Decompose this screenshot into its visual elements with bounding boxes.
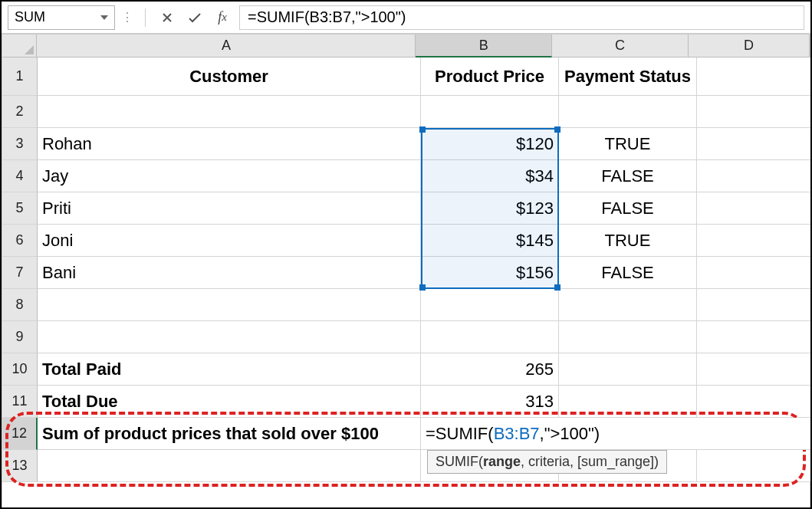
cell-d8[interactable] <box>697 289 812 321</box>
tooltip-arg1: range <box>483 454 521 469</box>
function-tooltip: SUMIF(range, criteria, [sum_range]) <box>427 450 667 474</box>
formula-bar-text: =SUMIF(B3:B7,">100") <box>248 8 406 26</box>
tooltip-fn: SUMIF <box>436 454 478 469</box>
cell-c5[interactable]: FALSE <box>559 192 697 225</box>
row-head-10[interactable]: 10 <box>2 353 38 386</box>
row-head-2[interactable]: 2 <box>2 96 38 128</box>
name-box[interactable]: SUM <box>8 5 115 30</box>
cell-d3[interactable] <box>697 128 812 160</box>
cell-a12[interactable]: Sum of product prices that sold over $10… <box>38 418 421 450</box>
formula-range-ref: B3:B7 <box>494 424 540 444</box>
column-headers: A B C D <box>2 34 810 57</box>
separator <box>145 8 146 27</box>
cell-b4[interactable]: $34 <box>421 160 559 192</box>
cell-d6[interactable] <box>697 225 812 257</box>
cell-d1[interactable] <box>697 57 812 96</box>
cell-c6[interactable]: TRUE <box>559 225 697 257</box>
cell-c11[interactable] <box>559 386 697 418</box>
cell-a13[interactable] <box>38 450 421 482</box>
row-head-8[interactable]: 8 <box>2 289 38 321</box>
row-head-12[interactable]: 12 <box>2 418 38 450</box>
cell-b3[interactable]: $120 <box>421 128 559 160</box>
cell-b6[interactable]: $145 <box>421 225 559 257</box>
name-box-value: SUM <box>15 9 45 25</box>
spreadsheet: A B C D 1 2 3 4 5 6 7 8 9 10 11 12 13 Cu… <box>2 34 810 508</box>
cell-c9[interactable] <box>559 321 697 353</box>
expand-icon[interactable]: ⋮ <box>121 10 134 25</box>
row-head-3[interactable]: 3 <box>2 128 38 160</box>
cell-b2[interactable] <box>421 96 559 128</box>
cell-b7[interactable]: $156 <box>421 257 559 289</box>
cell-c7[interactable]: FALSE <box>559 257 697 289</box>
cell-c1[interactable]: Payment Status <box>559 57 697 96</box>
tooltip-rest: , criteria, [sum_range]) <box>521 454 659 469</box>
cell-c8[interactable] <box>559 289 697 321</box>
cell-d9[interactable] <box>697 321 812 353</box>
formula-bar-toolbar: SUM ⋮ fx =SUMIF(B3:B7,">100") <box>2 2 810 34</box>
row-headers: 1 2 3 4 5 6 7 8 9 10 11 12 13 <box>2 57 38 482</box>
formula-bar-input[interactable]: =SUMIF(B3:B7,">100") <box>239 5 804 30</box>
cell-b9[interactable] <box>421 321 559 353</box>
cell-a1[interactable]: Customer <box>38 57 421 96</box>
cell-d7[interactable] <box>697 257 812 289</box>
cell-a11[interactable]: Total Due <box>38 386 421 418</box>
cell-c3[interactable]: TRUE <box>559 128 697 160</box>
cell-a7[interactable]: Bani <box>38 257 421 289</box>
formula-prefix: =SUMIF( <box>426 424 494 444</box>
cell-b11[interactable]: 313 <box>421 386 559 418</box>
row-head-4[interactable]: 4 <box>2 160 38 192</box>
chevron-down-icon[interactable] <box>100 15 108 20</box>
cell-a4[interactable]: Jay <box>38 160 421 192</box>
cell-b5[interactable]: $123 <box>421 192 559 225</box>
formula-suffix: ,">100") <box>540 424 600 444</box>
cell-a6[interactable]: Joni <box>38 225 421 257</box>
col-head-b[interactable]: B <box>416 34 552 57</box>
grid: Customer Product Price Payment Status Ro… <box>38 57 812 482</box>
cell-a5[interactable]: Priti <box>38 192 421 225</box>
cell-d13[interactable] <box>697 450 812 482</box>
cell-a10[interactable]: Total Paid <box>38 353 421 386</box>
row-head-1[interactable]: 1 <box>2 57 38 96</box>
cell-b8[interactable] <box>421 289 559 321</box>
check-icon <box>187 11 202 24</box>
cell-b1[interactable]: Product Price <box>421 57 559 96</box>
cell-b10[interactable]: 265 <box>421 353 559 386</box>
cell-a3[interactable]: Rohan <box>38 128 421 160</box>
row-head-7[interactable]: 7 <box>2 257 38 289</box>
col-head-a[interactable]: A <box>37 34 416 57</box>
cell-d4[interactable] <box>697 160 812 192</box>
row-head-13[interactable]: 13 <box>2 450 38 482</box>
insert-function-button[interactable]: fx <box>212 7 233 28</box>
col-head-d[interactable]: D <box>689 34 810 57</box>
cell-b12[interactable]: =SUMIF(B3:B7,">100") <box>421 418 812 450</box>
cell-d11[interactable] <box>697 386 812 418</box>
cell-d2[interactable] <box>697 96 812 128</box>
cell-a9[interactable] <box>38 321 421 353</box>
cell-c2[interactable] <box>559 96 697 128</box>
row-head-11[interactable]: 11 <box>2 386 38 418</box>
row-head-9[interactable]: 9 <box>2 321 38 353</box>
cell-c10[interactable] <box>559 353 697 386</box>
cell-d10[interactable] <box>697 353 812 386</box>
cancel-button[interactable] <box>156 7 178 28</box>
cell-a8[interactable] <box>38 289 421 321</box>
col-head-c[interactable]: C <box>552 34 689 57</box>
enter-button[interactable] <box>184 7 205 28</box>
select-all-corner[interactable] <box>2 34 37 57</box>
close-icon <box>161 11 173 24</box>
row-head-5[interactable]: 5 <box>2 192 38 225</box>
row-head-6[interactable]: 6 <box>2 225 38 257</box>
cell-a2[interactable] <box>38 96 421 128</box>
cell-c4[interactable]: FALSE <box>559 160 697 192</box>
cell-d5[interactable] <box>697 192 812 225</box>
